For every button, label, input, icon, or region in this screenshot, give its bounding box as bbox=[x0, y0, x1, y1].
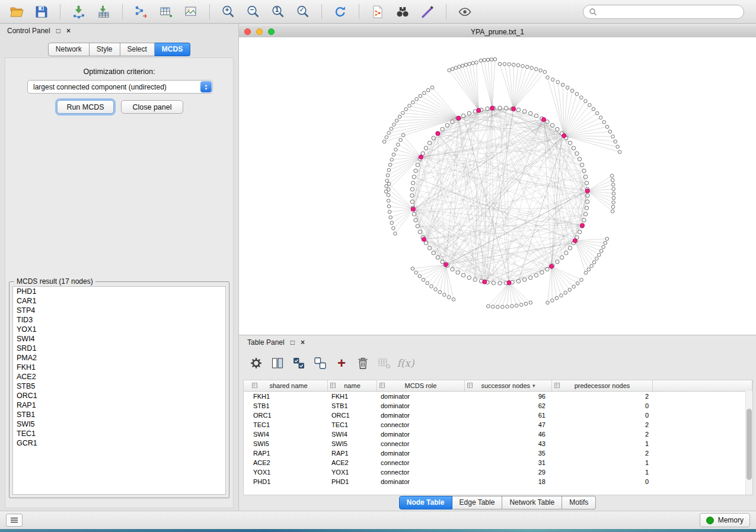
window-minimize-button[interactable] bbox=[256, 28, 263, 35]
criterion-dropdown[interactable]: largest connected component (undirected)… bbox=[27, 80, 213, 94]
import-network-button[interactable] bbox=[68, 2, 90, 21]
table-cell: SWI4 bbox=[250, 431, 328, 438]
export-image-button[interactable] bbox=[180, 2, 202, 21]
add-column-button[interactable]: + bbox=[333, 354, 350, 372]
column-header-mcds-role[interactable]: MCDS role bbox=[377, 380, 465, 391]
close-panel-button[interactable]: Close panel bbox=[121, 100, 183, 114]
import-table-button[interactable] bbox=[93, 2, 114, 21]
show-hide-view-button[interactable] bbox=[454, 2, 476, 21]
table-row[interactable]: RAP1RAP1dominator352 bbox=[244, 448, 752, 458]
table-row[interactable]: PHD1PHD1dominator180 bbox=[244, 477, 752, 486]
tab-select[interactable]: Select bbox=[120, 43, 155, 56]
memory-button[interactable]: Memory bbox=[700, 513, 750, 527]
select-all-button[interactable] bbox=[290, 354, 308, 372]
table-cell: 47 bbox=[465, 421, 552, 428]
table-row[interactable]: ORC1ORC1dominator610 bbox=[244, 411, 752, 420]
delete-table-icon bbox=[377, 356, 391, 370]
mcds-panel: Optimization criterion: largest connecte… bbox=[5, 57, 234, 508]
mcds-result-item[interactable]: STP4 bbox=[13, 306, 225, 315]
mcds-result-item[interactable]: STB5 bbox=[13, 382, 225, 391]
mcds-result-item[interactable]: FKH1 bbox=[13, 363, 225, 372]
open-file-button[interactable] bbox=[6, 2, 27, 21]
search-box[interactable] bbox=[583, 5, 744, 19]
publish-document-button[interactable] bbox=[367, 2, 388, 21]
hide-annotations-button[interactable] bbox=[417, 2, 438, 21]
column-header-successor-nodes[interactable]: successor nodes ▾ bbox=[465, 380, 552, 391]
select-all-icon bbox=[292, 356, 306, 370]
mcds-result-item[interactable]: CAR1 bbox=[13, 296, 225, 306]
tab-node-table[interactable]: Node Table bbox=[399, 496, 452, 509]
mcds-result-item[interactable]: SWI4 bbox=[13, 334, 225, 344]
float-panel-icon[interactable]: □ bbox=[56, 27, 60, 34]
zoom-out-button[interactable]: − bbox=[243, 2, 264, 21]
table-row[interactable]: ACE2ACE2connector311 bbox=[244, 458, 752, 467]
hamburger-icon bbox=[10, 517, 18, 523]
run-mcds-button[interactable]: Run MCDS bbox=[57, 100, 114, 114]
apply-layout-button[interactable] bbox=[330, 2, 351, 21]
table-settings-button[interactable] bbox=[247, 354, 265, 372]
mcds-result-item[interactable]: TEC1 bbox=[13, 429, 225, 438]
zoom-actual-size-button[interactable]: 1 bbox=[267, 2, 289, 21]
window-close-button[interactable] bbox=[244, 28, 251, 35]
refresh-icon bbox=[333, 5, 347, 19]
table-row[interactable]: STB1STB1dominator620 bbox=[244, 401, 752, 411]
mcds-result-item[interactable]: SRD1 bbox=[13, 344, 225, 353]
column-header-name[interactable]: name bbox=[328, 380, 377, 391]
mcds-result-item[interactable]: PMA2 bbox=[13, 353, 225, 363]
show-columns-button[interactable] bbox=[269, 354, 286, 372]
binoculars-icon bbox=[395, 5, 410, 19]
mcds-result-item[interactable]: GCR1 bbox=[13, 438, 225, 448]
tab-network-table[interactable]: Network Table bbox=[502, 496, 562, 509]
close-panel-icon[interactable]: × bbox=[301, 339, 305, 346]
mcds-result-item[interactable]: STB1 bbox=[13, 410, 225, 419]
deselect-all-button[interactable] bbox=[311, 354, 329, 372]
zoom-in-button[interactable]: + bbox=[218, 2, 239, 21]
float-panel-icon[interactable]: □ bbox=[291, 339, 295, 346]
search-network-button[interactable] bbox=[392, 2, 413, 21]
tab-edge-table[interactable]: Edge Table bbox=[452, 496, 503, 509]
column-header-shared-name[interactable]: shared name bbox=[250, 380, 328, 391]
mcds-result-item[interactable]: YOX1 bbox=[13, 325, 225, 334]
save-session-button[interactable] bbox=[31, 2, 52, 21]
table-header-row: shared name name MCDS role successor nod… bbox=[244, 380, 752, 392]
table-cell: YOX1 bbox=[328, 469, 377, 476]
table-cell: ACE2 bbox=[328, 459, 377, 466]
task-list-button[interactable] bbox=[6, 514, 23, 527]
network-window: YPA_prune.txt_1 bbox=[239, 26, 756, 335]
column-header-filler bbox=[653, 380, 752, 391]
export-network-button[interactable] bbox=[130, 2, 152, 21]
close-panel-icon[interactable]: × bbox=[66, 27, 71, 34]
export-table-button[interactable] bbox=[155, 2, 177, 21]
mcds-result-item[interactable]: PHD1 bbox=[13, 287, 225, 296]
search-input[interactable] bbox=[601, 7, 738, 17]
mcds-result-item[interactable]: RAP1 bbox=[13, 400, 225, 410]
table-cell: 2 bbox=[552, 393, 653, 400]
table-row[interactable]: TEC1TEC1connector472 bbox=[244, 420, 752, 430]
sort-caret-icon: ▾ bbox=[532, 383, 535, 389]
tab-network[interactable]: Network bbox=[48, 43, 90, 56]
mcds-result-item[interactable]: ORC1 bbox=[13, 391, 225, 400]
scrollbar-thumb[interactable] bbox=[747, 409, 752, 480]
column-header-predecessor-nodes[interactable]: predecessor nodes bbox=[552, 380, 653, 391]
table-cell: connector bbox=[377, 469, 465, 476]
table-row[interactable]: SWI5SWI5connector431 bbox=[244, 439, 752, 448]
table-row[interactable]: FKH1FKH1dominator962 bbox=[244, 392, 752, 401]
mcds-result-item[interactable]: SWI5 bbox=[13, 419, 225, 429]
delete-column-button[interactable] bbox=[354, 354, 372, 372]
zoom-fit-selected-button[interactable]: ✓ bbox=[292, 2, 314, 21]
open-folder-icon bbox=[9, 5, 24, 19]
mcds-result-item[interactable]: TID3 bbox=[13, 315, 225, 325]
window-zoom-button[interactable] bbox=[268, 28, 275, 35]
tab-motifs[interactable]: Motifs bbox=[562, 496, 596, 509]
tab-style[interactable]: Style bbox=[90, 43, 120, 56]
network-canvas[interactable] bbox=[239, 37, 756, 335]
mcds-result-list[interactable]: PHD1CAR1STP4TID3YOX1SWI4SRD1PMA2FKH1ACE2… bbox=[12, 286, 226, 495]
table-row[interactable]: YOX1YOX1connector291 bbox=[244, 467, 752, 477]
criterion-dropdown-value: largest connected component (undirected) bbox=[33, 83, 167, 91]
network-titlebar[interactable]: YPA_prune.txt_1 bbox=[239, 26, 756, 38]
wand-slash-icon bbox=[420, 5, 435, 19]
table-vertical-scrollbar[interactable] bbox=[745, 391, 752, 495]
tab-mcds[interactable]: MCDS bbox=[155, 43, 190, 56]
table-row[interactable]: SWI4SWI4dominator462 bbox=[244, 430, 752, 439]
mcds-result-item[interactable]: ACE2 bbox=[13, 372, 225, 382]
